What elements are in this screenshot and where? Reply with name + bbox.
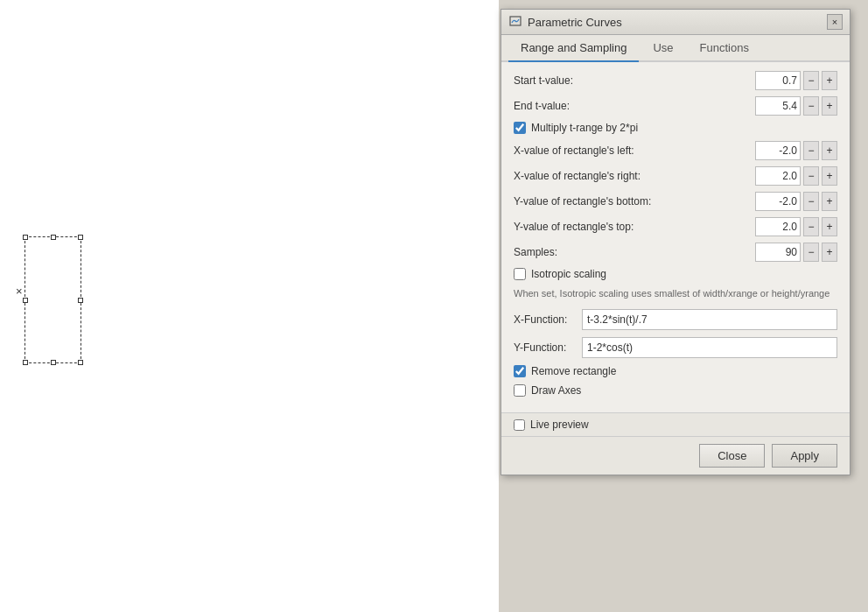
end-t-controls: − + — [755, 96, 837, 116]
rect-left-input[interactable] — [755, 141, 801, 160]
multiply-row: Multiply t-range by 2*pi — [514, 122, 837, 134]
handle-top-mid[interactable] — [51, 235, 56, 240]
end-t-plus[interactable]: + — [822, 96, 837, 116]
rect-right-input[interactable] — [755, 166, 801, 186]
dialog-close-button[interactable]: × — [827, 14, 843, 30]
end-t-label: End t-value: — [514, 100, 755, 112]
x-function-row: X-Function: — [514, 309, 837, 330]
samples-input[interactable] — [755, 243, 801, 262]
dialog-icon — [508, 15, 522, 29]
rect-right-label: X-value of rectangle's right: — [514, 170, 755, 182]
multiply-label[interactable]: Multiply t-range by 2*pi — [531, 122, 638, 134]
rect-right-controls: − + — [755, 166, 837, 186]
samples-plus[interactable]: + — [822, 243, 837, 262]
isotropic-label[interactable]: Isotropic scaling — [531, 268, 606, 280]
samples-row: Samples: − + — [514, 243, 837, 262]
y-function-label: Y-Function: — [514, 341, 577, 354]
draw-axes-checkbox[interactable] — [514, 384, 526, 397]
rect-right-plus[interactable]: + — [822, 166, 837, 186]
rect-left-plus[interactable]: + — [822, 141, 837, 160]
samples-controls: − + — [755, 243, 837, 262]
start-t-controls: − + — [755, 71, 837, 90]
x-function-input[interactable] — [582, 309, 837, 330]
isotropic-hint: When set, Isotropic scaling uses smalles… — [514, 287, 837, 300]
remove-rect-label[interactable]: Remove rectangle — [531, 365, 616, 377]
rect-top-row: Y-value of rectangle's top: − + — [514, 217, 837, 236]
rect-left-minus[interactable]: − — [803, 141, 819, 160]
rect-left-controls: − + — [755, 141, 837, 160]
start-t-minus[interactable]: − — [803, 71, 819, 90]
start-t-row: Start t-value: − + — [514, 71, 837, 90]
rect-right-minus[interactable]: − — [803, 166, 819, 186]
tab-range-sampling[interactable]: Range and Sampling — [508, 35, 639, 62]
rect-bottom-minus[interactable]: − — [803, 192, 819, 211]
rect-top-controls: − + — [755, 217, 837, 236]
samples-minus[interactable]: − — [803, 243, 819, 262]
rect-bottom-controls: − + — [755, 192, 837, 211]
isotropic-checkbox[interactable] — [514, 268, 526, 280]
canvas-x-mark: × — [16, 285, 23, 298]
rect-top-label: Y-value of rectangle's top: — [514, 221, 755, 233]
multiply-checkbox[interactable] — [514, 122, 526, 134]
end-t-row: End t-value: − + — [514, 96, 837, 116]
canvas-rectangle[interactable] — [24, 236, 81, 363]
start-t-input[interactable] — [755, 71, 801, 90]
remove-rect-row: Remove rectangle — [514, 365, 837, 377]
handle-bottom-right[interactable] — [78, 360, 83, 365]
live-preview-label[interactable]: Live preview — [530, 419, 589, 431]
canvas-area: × — [0, 0, 499, 612]
rect-top-input[interactable] — [755, 217, 801, 236]
rect-left-label: X-value of rectangle's left: — [514, 144, 755, 157]
x-function-label: X-Function: — [514, 313, 577, 326]
rect-top-minus[interactable]: − — [803, 217, 819, 236]
live-preview-row: Live preview — [501, 412, 850, 436]
handle-mid-right[interactable] — [78, 298, 83, 303]
start-t-plus[interactable]: + — [822, 71, 837, 90]
dialog-footer: Close Apply — [501, 436, 850, 475]
tab-functions[interactable]: Functions — [688, 35, 761, 62]
handle-bottom-mid[interactable] — [51, 360, 56, 365]
close-button[interactable]: Close — [699, 444, 765, 468]
apply-button[interactable]: Apply — [772, 444, 837, 468]
rect-top-plus[interactable]: + — [822, 217, 837, 236]
handle-top-right[interactable] — [78, 235, 83, 240]
rect-left-row: X-value of rectangle's left: − + — [514, 141, 837, 160]
isotropic-row: Isotropic scaling — [514, 268, 837, 280]
dialog-title-text: Parametric Curves — [528, 16, 622, 29]
tab-use[interactable]: Use — [640, 35, 685, 62]
samples-label: Samples: — [514, 246, 755, 258]
tabs-bar: Range and Sampling Use Functions — [501, 35, 850, 62]
dialog-title-left: Parametric Curves — [508, 15, 622, 29]
handle-top-left[interactable] — [23, 235, 28, 240]
rect-bottom-row: Y-value of rectangle's bottom: − + — [514, 192, 837, 211]
parametric-curves-dialog: Parametric Curves × Range and Sampling U… — [500, 9, 850, 475]
rect-right-row: X-value of rectangle's right: − + — [514, 166, 837, 186]
start-t-label: Start t-value: — [514, 74, 755, 87]
y-function-input[interactable] — [582, 337, 837, 358]
y-function-row: Y-Function: — [514, 337, 837, 358]
rect-bottom-label: Y-value of rectangle's bottom: — [514, 195, 755, 208]
end-t-minus[interactable]: − — [803, 96, 819, 116]
dialog-titlebar: Parametric Curves × — [501, 10, 850, 35]
dialog-content: Start t-value: − + End t-value: − + Mult… — [501, 62, 850, 412]
remove-rect-checkbox[interactable] — [514, 365, 526, 377]
draw-axes-row: Draw Axes — [514, 384, 837, 397]
live-preview-checkbox[interactable] — [514, 419, 525, 431]
rect-bottom-input[interactable] — [755, 192, 801, 211]
draw-axes-label[interactable]: Draw Axes — [531, 384, 581, 397]
rect-bottom-plus[interactable]: + — [822, 192, 837, 211]
handle-bottom-left[interactable] — [23, 360, 28, 365]
handle-mid-left[interactable] — [23, 298, 28, 303]
end-t-input[interactable] — [755, 96, 801, 116]
